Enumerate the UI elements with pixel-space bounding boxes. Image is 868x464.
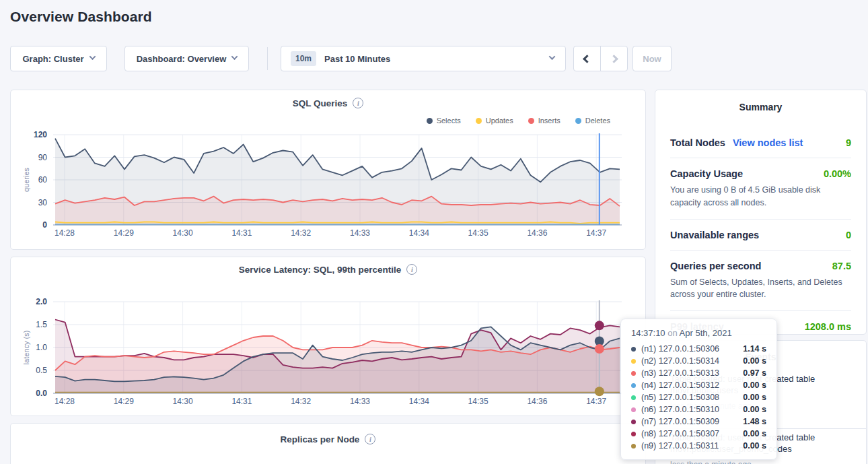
- hover-dot: [595, 387, 604, 396]
- tooltip-node-address: (n4) 127.0.0.1:50312: [641, 380, 719, 390]
- x-tick-label: 14:28: [55, 397, 75, 406]
- x-tick-label: 14:34: [409, 228, 429, 238]
- y-tick-label: 0.0: [36, 389, 47, 398]
- dashboard-dropdown[interactable]: Dashboard: Overview: [124, 46, 249, 71]
- x-tick-label: 14:30: [173, 228, 193, 238]
- y-tick-label: 90: [38, 153, 48, 162]
- x-tick-label: 14:33: [350, 397, 370, 406]
- tooltip-node-address: (n8) 127.0.0.1:50307: [641, 429, 719, 438]
- tooltip-node-row: (n4) 127.0.0.1:503120.00 s: [631, 379, 766, 391]
- hover-dot: [595, 321, 604, 330]
- qps-desc: Sum of Selects, Updates, Inserts, and De…: [670, 276, 851, 302]
- replicas-per-node-title: Replicas per Node: [281, 434, 360, 444]
- x-tick-label: 14:34: [409, 397, 429, 406]
- node-color-dot-icon: [631, 444, 636, 449]
- tooltip-node-row: (n5) 127.0.0.1:503080.00 s: [631, 391, 766, 403]
- summary-card: Summary Total Nodes View nodes list 9 Ca…: [655, 90, 867, 335]
- node-color-dot-icon: [631, 420, 636, 424]
- tooltip-node-row: (n7) 127.0.0.1:503091.48 s: [631, 416, 766, 428]
- time-range-badge: 10m: [291, 51, 316, 66]
- tooltip-time: 14:37:10: [631, 328, 665, 338]
- service-latency-panel: Service Latency: SQL, 99th percentile i …: [10, 257, 646, 416]
- tooltip-node-row: (n3) 127.0.0.1:503130.97 s: [631, 367, 766, 379]
- node-color-dot-icon: [631, 407, 636, 412]
- qps-value: 87.5: [832, 261, 851, 271]
- time-range-label: Past 10 Minutes: [324, 54, 390, 64]
- controls-divider: [267, 47, 268, 70]
- y-tick-label: 30: [38, 198, 48, 207]
- node-color-dot-icon: [631, 383, 636, 388]
- tooltip-node-value: 0.00 s: [743, 380, 766, 390]
- summary-title: Summary: [655, 90, 866, 127]
- tooltip-node-value: 0.00 s: [743, 441, 766, 451]
- x-tick-label: 14:35: [468, 228, 489, 238]
- x-tick-label: 14:29: [114, 397, 134, 406]
- x-tick-label: 14:30: [173, 397, 193, 406]
- y-tick-label: 1.0: [36, 343, 47, 352]
- now-button[interactable]: Now: [632, 46, 672, 71]
- summary-capacity-row: Capacity Usage 0.00% You are using 0 B o…: [670, 158, 851, 220]
- tooltip-node-address: (n7) 127.0.0.1:50309: [641, 417, 719, 426]
- y-tick-label: 1.5: [36, 320, 47, 329]
- tooltip-node-value: 1.48 s: [743, 417, 766, 426]
- graph-dropdown[interactable]: Graph: Cluster: [10, 46, 107, 71]
- summary-qps-row: Queries per second 87.5 Sum of Selects, …: [670, 251, 851, 312]
- x-tick-label: 14:37: [586, 228, 606, 238]
- node-color-dot-icon: [631, 371, 636, 376]
- unavailable-ranges-value: 0: [846, 230, 851, 240]
- tooltip-node-row: (n1) 127.0.0.1:503061.14 s: [631, 343, 766, 355]
- tooltip-node-address: (n2) 127.0.0.1:50314: [641, 356, 719, 366]
- chevron-down-icon: [89, 53, 96, 60]
- sql-queries-panel: SQL Queries i SelectsUpdatesInsertsDelet…: [10, 90, 646, 250]
- y-tick-label: 120: [34, 130, 47, 139]
- dashboard-dropdown-label: Dashboard: Overview: [137, 54, 227, 64]
- service-latency-chart[interactable]: 14:2814:2914:3014:3114:3214:3314:3414:35…: [11, 257, 647, 417]
- tooltip-node-value: 0.00 s: [743, 405, 766, 414]
- y-axis-label: queries: [22, 167, 30, 192]
- x-tick-label: 14:32: [291, 397, 311, 406]
- chevron-down-icon: [549, 53, 556, 60]
- tooltip-node-row: (n6) 127.0.0.1:503100.00 s: [631, 403, 766, 416]
- time-next-button[interactable]: [601, 46, 628, 71]
- tooltip-node-row: (n9) 127.0.0.1:503110.00 s: [631, 440, 766, 452]
- x-tick-label: 14:31: [231, 397, 252, 406]
- time-prev-button[interactable]: [574, 46, 601, 71]
- summary-unavailable-row: Unavailable ranges 0: [670, 220, 851, 251]
- x-tick-label: 14:29: [114, 228, 134, 238]
- node-color-dot-icon: [631, 432, 636, 436]
- view-nodes-list-link[interactable]: View nodes list: [733, 137, 803, 148]
- tooltip-node-value: 1.14 s: [743, 344, 766, 354]
- capacity-usage-desc: You are using 0 B of 4.5 GiB usable disk…: [670, 184, 851, 209]
- tooltip-node-address: (n1) 127.0.0.1:50306: [641, 344, 719, 354]
- time-nav-group: [573, 46, 628, 71]
- tooltip-node-value: 0.00 s: [743, 429, 766, 438]
- tooltip-node-value: 0.00 s: [743, 393, 766, 402]
- page-title: Overview Dashboard: [10, 9, 152, 25]
- chevron-left-icon: [583, 55, 591, 63]
- info-icon[interactable]: i: [365, 434, 375, 444]
- tooltip-on: on: [667, 328, 677, 338]
- y-tick-label: 60: [38, 175, 48, 185]
- x-tick-label: 14:36: [527, 228, 547, 238]
- tooltip-timestamp: 14:37:10 on Apr 5th, 2021: [631, 328, 766, 338]
- latency-tooltip: 14:37:10 on Apr 5th, 2021 (n1) 127.0.0.1…: [620, 319, 777, 460]
- capacity-usage-label: Capacity Usage: [670, 168, 743, 179]
- chevron-right-icon: [610, 55, 618, 63]
- qps-label: Queries per second: [670, 261, 761, 271]
- x-tick-label: 14:33: [350, 228, 370, 238]
- node-color-dot-icon: [631, 395, 636, 400]
- y-tick-label: 0.5: [36, 366, 47, 375]
- x-tick-label: 14:35: [468, 397, 489, 406]
- time-range-dropdown[interactable]: 10m Past 10 Minutes: [281, 46, 566, 71]
- unavailable-ranges-label: Unavailable ranges: [670, 230, 759, 240]
- tooltip-node-address: (n3) 127.0.0.1:50313: [641, 368, 719, 378]
- tooltip-node-address: (n9) 127.0.0.1:50311: [641, 441, 719, 451]
- x-tick-label: 14:37: [586, 397, 606, 406]
- x-tick-label: 14:31: [231, 228, 252, 238]
- tooltip-date: Apr 5th, 2021: [680, 328, 732, 338]
- replicas-per-node-panel: Replicas per Node i: [10, 423, 646, 464]
- tooltip-rows: (n1) 127.0.0.1:503061.14 s(n2) 127.0.0.1…: [631, 343, 766, 452]
- sql-queries-chart[interactable]: 14:2814:2914:3014:3114:3214:3314:3414:35…: [11, 90, 647, 251]
- x-tick-label: 14:36: [527, 397, 547, 406]
- chevron-down-icon: [231, 53, 238, 60]
